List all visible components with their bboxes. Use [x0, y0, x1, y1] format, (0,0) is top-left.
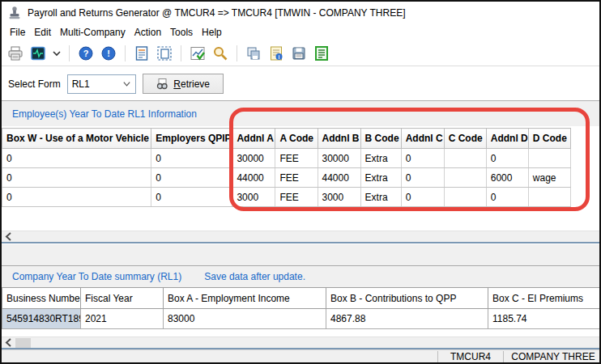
employee-ytd-table: Box W - Use of a Motor VehicleEmployers …	[2, 128, 571, 207]
table-cell: Extra	[360, 168, 401, 188]
table-cell	[444, 168, 486, 188]
column-header[interactable]: Business Number	[2, 288, 81, 309]
about-icon[interactable]: !	[100, 44, 117, 62]
table-cell: 44000	[232, 168, 275, 188]
column-header[interactable]: Addnl B	[318, 129, 360, 149]
table-cell: 0	[151, 188, 232, 207]
menu-item-file[interactable]: File	[10, 27, 25, 38]
payroll-run-icon[interactable]	[29, 44, 47, 62]
scroll-left-icon[interactable]	[5, 338, 12, 347]
column-header[interactable]: Employers QPIP	[151, 129, 232, 149]
form-select[interactable]: RL1	[67, 74, 136, 94]
table-cell: 0	[151, 168, 232, 188]
search-icon[interactable]	[211, 44, 229, 62]
title-bar: Payroll and Returns Generator @ TMCUR4 =…	[2, 2, 599, 24]
chart-icon[interactable]	[189, 44, 207, 62]
menu-bar: FileEditMulti-CompanyActionToolsHelp	[2, 24, 599, 40]
menu-item-tools[interactable]: Tools	[170, 27, 193, 38]
print-preview-icon[interactable]	[156, 44, 173, 62]
table-cell: 545914830RT1893	[2, 309, 81, 329]
save-icon[interactable]	[290, 44, 308, 62]
column-header[interactable]: Box A - Employment Income	[164, 288, 326, 309]
table-cell: 0	[2, 149, 151, 168]
table-cell: 0	[401, 188, 444, 207]
status-server: TMCUR4	[438, 351, 503, 362]
table-row[interactable]: 0044000FEE44000Extra06000wage	[2, 168, 571, 188]
toolbar-separator	[237, 45, 237, 61]
menu-item-action[interactable]: Action	[134, 27, 161, 38]
column-header[interactable]: C Code	[444, 129, 486, 149]
table-cell: Extra	[360, 149, 401, 168]
table-cell: wage	[528, 168, 570, 188]
menu-item-multi-company[interactable]: Multi-Company	[60, 27, 126, 38]
menu-item-edit[interactable]: Edit	[34, 27, 51, 38]
column-header[interactable]: Box B - Contributions to QPP	[326, 288, 488, 309]
table-row[interactable]: 003000FEE3000Extra00	[2, 188, 571, 207]
employee-ytd-panel: Employee(s) Year To Date RL1 Information…	[2, 100, 601, 244]
scrollbar-thumb[interactable]	[15, 338, 31, 348]
table-cell: 0	[486, 188, 528, 207]
employee-section-header: Employee(s) Year To Date RL1 Information	[2, 101, 601, 126]
form-select-value: RL1	[72, 78, 122, 90]
table-cell: 3000	[232, 188, 275, 207]
table-cell: 0	[2, 168, 151, 188]
app-window: Payroll and Returns Generator @ TMCUR4 =…	[0, 0, 601, 364]
print-icon[interactable]	[6, 44, 24, 62]
table-cell: 4867.88	[326, 309, 488, 329]
table-row[interactable]: 0030000FEE30000Extra00	[2, 149, 571, 168]
table-row[interactable]: 545914830RT18932021830004867.881185.74	[2, 309, 601, 329]
toolbar-separator	[69, 45, 70, 61]
dropdown-arrow-icon[interactable]	[52, 44, 62, 62]
form-icon[interactable]	[133, 44, 151, 62]
table-cell: 0	[486, 149, 528, 168]
table-cell: Extra	[360, 188, 401, 207]
column-header[interactable]: Box C - EI Premiums	[488, 288, 601, 309]
company-table-hscrollbar[interactable]	[2, 336, 601, 349]
svg-text:!: !	[107, 49, 110, 58]
table-cell: 0	[151, 149, 232, 168]
column-header[interactable]: Box W - Use of a Motor Vehicle	[2, 129, 151, 149]
retrieve-button[interactable]: Retrieve	[143, 74, 224, 94]
window-title: Payroll and Returns Generator @ TMCUR4 =…	[28, 7, 406, 19]
table-cell	[444, 188, 486, 207]
table-cell: 6000	[486, 168, 528, 188]
column-header[interactable]: Addnl A	[232, 129, 275, 149]
table-cell: FEE	[275, 188, 318, 207]
employee-section-title: Employee(s) Year To Date RL1 Information	[12, 108, 197, 120]
employee-table-header-row: Box W - Use of a Motor VehicleEmployers …	[2, 129, 571, 149]
panel-gap	[2, 244, 601, 265]
binoculars-icon	[156, 78, 168, 91]
save-data-note: Save data after update.	[204, 271, 305, 282]
table-cell: 2021	[81, 309, 164, 329]
chevron-down-icon	[122, 79, 131, 88]
table-cell	[528, 188, 570, 207]
company-section-title: Company Year To Date summary (RL1)	[12, 271, 181, 282]
column-header[interactable]: Addnl C	[401, 129, 444, 149]
column-header[interactable]: Addnl D	[486, 129, 528, 149]
report-icon[interactable]	[313, 44, 330, 62]
status-company: COMPANY THREE	[504, 351, 601, 362]
retrieve-label: Retrieve	[173, 78, 210, 90]
column-header[interactable]: D Code	[528, 129, 570, 149]
column-header[interactable]: Fiscal Year	[81, 288, 164, 309]
table-cell: 30000	[232, 149, 275, 168]
table-cell: 30000	[318, 149, 360, 168]
table-cell	[528, 149, 570, 168]
table-cell	[444, 149, 486, 168]
stamp-icon	[7, 6, 22, 20]
menu-item-help[interactable]: Help	[202, 27, 222, 38]
employee-table-hscrollbar[interactable]	[2, 231, 601, 243]
table-cell: FEE	[275, 168, 318, 188]
table-cell: FEE	[275, 149, 318, 168]
table-cell: 0	[401, 149, 444, 168]
scroll-left-icon[interactable]	[5, 232, 12, 241]
table-cell: 44000	[318, 168, 360, 188]
table-cell: 3000	[318, 188, 360, 207]
column-header[interactable]: B Code	[360, 129, 401, 149]
company-table-header-row: Business NumberFiscal YearBox A - Employ…	[2, 288, 601, 309]
column-header[interactable]: A Code	[275, 129, 318, 149]
help-icon[interactable]: ?	[77, 44, 95, 62]
notes-info-icon[interactable]: i	[267, 44, 285, 62]
copy-data-icon[interactable]	[245, 44, 262, 62]
table-cell: 1185.74	[488, 309, 601, 329]
